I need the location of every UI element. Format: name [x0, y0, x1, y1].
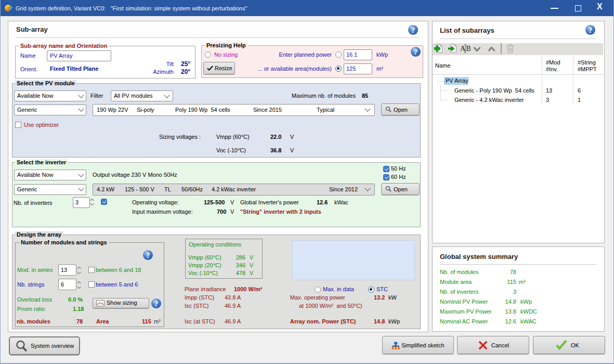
svg-text:B: B	[466, 45, 471, 53]
svg-text:A: A	[460, 45, 466, 53]
